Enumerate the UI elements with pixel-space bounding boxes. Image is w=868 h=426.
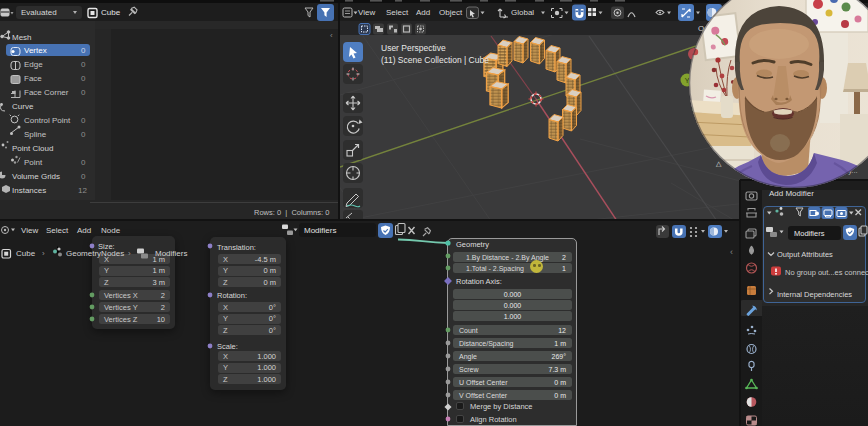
svg-text:Y: Y — [685, 77, 690, 84]
